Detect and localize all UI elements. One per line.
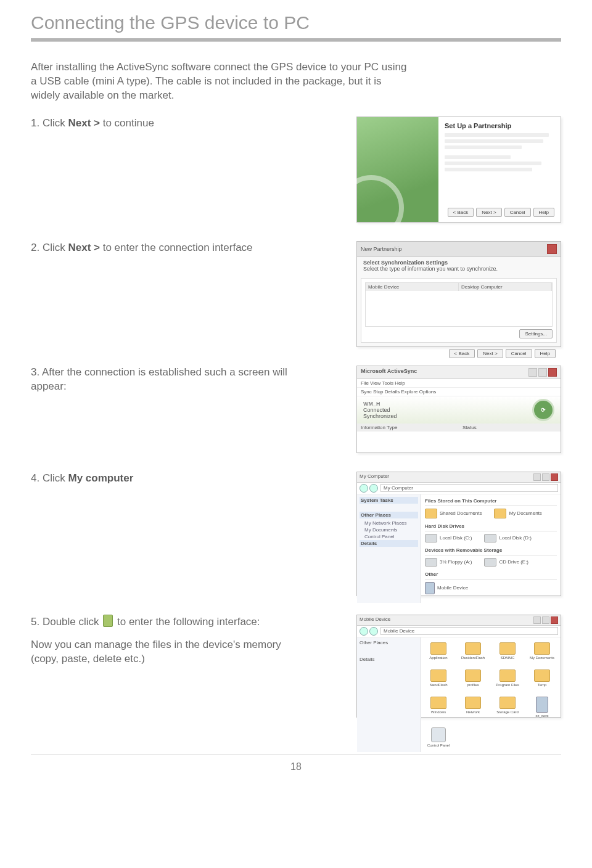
shot3-status2: Synchronized — [363, 413, 397, 419]
sidepane-details: Details — [360, 540, 418, 547]
drive-icon — [484, 534, 496, 542]
shot3-col2: Status — [459, 424, 561, 432]
screenshot-mobile-device-explorer: Mobile Device Mobile Device Other Places… — [356, 615, 561, 718]
folder-icon — [494, 509, 506, 518]
sync-icon: ⟳ — [532, 399, 554, 421]
folder-icon — [534, 642, 550, 655]
page-number: 18 — [31, 761, 561, 772]
page-title: Connecting the GPS device to PC — [31, 12, 561, 33]
shot2-col1: Mobile Device — [366, 283, 459, 291]
shot4-title: My Computer — [360, 473, 389, 481]
intro-paragraph: After installing the ActiveSync software… — [31, 60, 413, 103]
step-3-text: 3. After the connection is established s… — [31, 366, 296, 394]
shot2-next-button: Next > — [477, 349, 503, 358]
folder-icon — [430, 697, 446, 709]
shot2-heading: Select Synchronization Settings — [363, 260, 448, 266]
sidepane-other-places: Other Places — [360, 640, 418, 645]
step-1-text: 1. Click Next > to continue — [31, 117, 154, 131]
sidepane-other-places: Other Places — [360, 512, 418, 518]
screenshot-activesync-connected: Microsoft ActiveSync File View Tools Hel… — [356, 366, 561, 453]
shot1-heading: Set Up a Partnership — [445, 122, 554, 129]
shot2-subheading: Select the type of information you want … — [363, 266, 498, 272]
shot2-title: New Partnership — [361, 246, 402, 252]
shot2-cancel-button: Cancel — [506, 349, 532, 358]
shot3-toolbar: Sync Stop Details Explore Options — [357, 388, 561, 396]
step-4-text: 4. Click My computer — [31, 472, 133, 486]
folder-icon — [430, 642, 446, 655]
shot3-col1: Information Type — [357, 424, 459, 432]
screenshot-sync-settings: New Partnership Select Synchronization S… — [356, 241, 561, 347]
screenshot-partnership-setup: Set Up a Partnership < Back Next > Cance… — [356, 117, 561, 223]
group-removable: Devices with Removable Storage — [425, 547, 557, 553]
shot3-title: Microsoft ActiveSync — [361, 368, 417, 377]
folder-icon — [430, 669, 446, 682]
shot1-help-button: Help — [533, 208, 554, 217]
mobile-device-icon — [103, 615, 113, 627]
shot4-address: My Computer — [380, 484, 558, 492]
mobile-device-icon — [425, 582, 435, 594]
shot2-settings-button: Settings... — [519, 329, 553, 338]
folder-icon — [465, 642, 481, 655]
shot3-device: WM_H — [363, 401, 397, 407]
shot3-status1: Connected — [363, 407, 397, 413]
folder-icon — [500, 697, 516, 709]
group-hard-disk: Hard Disk Drives — [425, 523, 557, 529]
shot2-back-button: < Back — [449, 349, 475, 358]
close-icon — [547, 244, 557, 254]
folder-icon — [500, 642, 516, 655]
folder-icon — [465, 697, 481, 709]
group-other: Other — [425, 571, 557, 577]
shot2-help-button: Help — [535, 349, 556, 358]
cd-icon — [484, 558, 496, 567]
title-rule — [31, 38, 561, 42]
shot5-title: Mobile Device — [360, 616, 390, 624]
drive-icon — [425, 534, 437, 542]
sidepane-details: Details — [360, 657, 418, 662]
folder-icon — [500, 669, 516, 682]
shot1-next-button: Next > — [476, 208, 501, 217]
folder-icon — [465, 669, 481, 682]
floppy-icon — [425, 558, 437, 567]
mobile-device-icon — [536, 697, 548, 713]
folder-icon — [425, 509, 437, 518]
control-panel-icon — [431, 727, 446, 742]
shot1-cancel-button: Cancel — [504, 208, 531, 217]
screenshot-my-computer: My Computer My Computer System Tasks Oth… — [356, 472, 561, 596]
step-2-text: 2. Click Next > to enter the connection … — [31, 241, 253, 255]
sidepane-system-tasks: System Tasks — [360, 497, 418, 504]
folder-icon — [534, 669, 550, 682]
shot5-address: Mobile Device — [380, 627, 558, 635]
shot3-menu: File View Tools Help — [357, 379, 561, 388]
footer-rule — [31, 755, 561, 755]
step-5-note: Now you can manage the files in the devi… — [31, 639, 281, 665]
shot2-col2: Desktop Computer — [459, 283, 552, 291]
step-5-text: 5. Double click to enter the following i… — [31, 615, 296, 666]
shot1-back-button: < Back — [448, 208, 474, 217]
group-files-stored: Files Stored on This Computer — [425, 498, 557, 504]
